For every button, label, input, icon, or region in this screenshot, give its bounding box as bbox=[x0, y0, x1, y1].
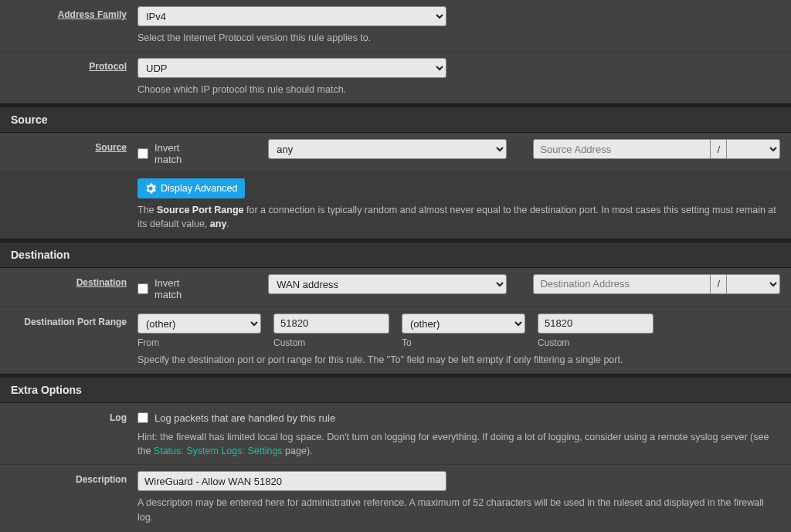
source-advanced-row: Display Advanced The Source Port Range f… bbox=[0, 172, 791, 238]
log-hint: Hint: the firewall has limited local log… bbox=[137, 430, 780, 458]
address-family-select[interactable]: IPv4 bbox=[137, 6, 446, 26]
address-family-row: Address Family IPv4 Select the Internet … bbox=[0, 0, 791, 52]
description-label: Description bbox=[0, 469, 137, 525]
port-from-select[interactable]: (other) bbox=[137, 313, 261, 334]
address-family-label: Address Family bbox=[0, 5, 137, 46]
source-mask-slash: / bbox=[711, 139, 726, 159]
port-to-custom-label: Custom bbox=[538, 337, 654, 348]
destination-mask-slash: / bbox=[711, 274, 726, 294]
protocol-row: Protocol UDP Choose which IP protocol th… bbox=[0, 52, 791, 103]
source-address-input[interactable] bbox=[533, 139, 711, 159]
port-to-custom-input[interactable] bbox=[538, 313, 654, 334]
log-checkbox-label: Log packets that are handled by this rul… bbox=[154, 412, 335, 424]
destination-section-header: Destination bbox=[0, 242, 791, 268]
description-input[interactable] bbox=[137, 471, 446, 491]
log-label: Log bbox=[0, 408, 137, 460]
protocol-label: Protocol bbox=[0, 56, 137, 98]
source-section-header: Source bbox=[0, 107, 791, 133]
destination-type-select[interactable]: WAN address bbox=[268, 274, 507, 294]
description-help: A description may be entered here for ad… bbox=[137, 496, 780, 524]
port-to-select[interactable]: (other) bbox=[402, 313, 525, 334]
destination-port-range-row: Destination Port Range (other) From Cust… bbox=[0, 307, 791, 374]
syslog-settings-link[interactable]: Status: System Logs: Settings bbox=[154, 446, 283, 456]
source-invert-label: Invert match bbox=[154, 142, 209, 165]
log-row: Log Log packets that are handled by this… bbox=[0, 403, 791, 466]
gear-icon bbox=[145, 183, 156, 194]
source-display-advanced-button[interactable]: Display Advanced bbox=[137, 178, 245, 198]
destination-address-input[interactable] bbox=[533, 274, 711, 294]
source-row: Source Invert match any / bbox=[0, 133, 791, 172]
destination-mask-select[interactable] bbox=[726, 274, 780, 294]
port-to-label: To bbox=[402, 337, 525, 348]
destination-invert-wrap[interactable]: Invert match bbox=[137, 274, 209, 300]
source-invert-checkbox[interactable] bbox=[137, 148, 148, 159]
source-type-select[interactable]: any bbox=[268, 139, 507, 159]
destination-invert-label: Invert match bbox=[154, 277, 209, 300]
source-label: Source bbox=[0, 137, 137, 167]
destination-port-range-label: Destination Port Range bbox=[0, 312, 137, 368]
protocol-help: Choose which IP protocol this rule shoul… bbox=[137, 83, 780, 97]
source-invert-wrap[interactable]: Invert match bbox=[137, 139, 209, 165]
port-from-label: From bbox=[137, 337, 261, 348]
port-from-custom-label: Custom bbox=[273, 337, 389, 348]
log-checkbox[interactable] bbox=[137, 412, 148, 423]
log-checkbox-wrap[interactable]: Log packets that are handled by this rul… bbox=[137, 409, 335, 424]
description-row: Description A description may be entered… bbox=[0, 465, 791, 530]
destination-row: Destination Invert match WAN address / bbox=[0, 268, 791, 307]
port-from-custom-input[interactable] bbox=[273, 313, 389, 334]
destination-label: Destination bbox=[0, 273, 137, 302]
extra-options-header: Extra Options bbox=[0, 377, 791, 403]
protocol-select[interactable]: UDP bbox=[137, 58, 446, 78]
source-mask-select[interactable] bbox=[726, 139, 780, 159]
destination-port-help: Specify the destination port or port ran… bbox=[137, 353, 780, 367]
destination-invert-checkbox[interactable] bbox=[137, 283, 148, 294]
address-family-help: Select the Internet Protocol version thi… bbox=[137, 31, 780, 45]
source-port-help: The Source Port Range for a connection i… bbox=[137, 203, 780, 231]
